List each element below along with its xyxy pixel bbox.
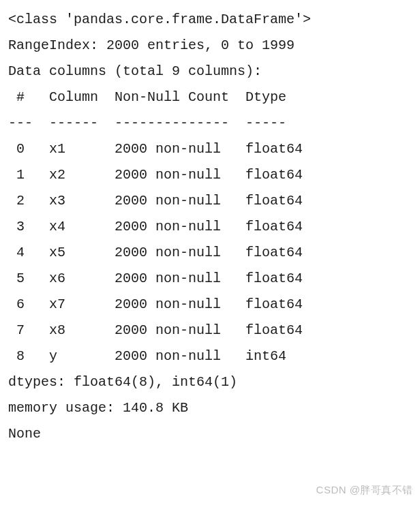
column-header-line: # Column Non-Null Count Dtype: [8, 85, 412, 110]
table-row: 6 x7 2000 non-null float64: [8, 292, 412, 318]
class-line: <class 'pandas.core.frame.DataFrame'>: [8, 7, 412, 33]
dtypes-line: dtypes: float64(8), int64(1): [8, 369, 412, 395]
table-row: 1 x2 2000 non-null float64: [8, 162, 412, 188]
table-row: 2 x3 2000 non-null float64: [8, 188, 412, 214]
data-columns-line: Data columns (total 9 columns):: [8, 59, 412, 85]
column-divider-line: --- ------ -------------- -----: [8, 110, 412, 136]
range-index-line: RangeIndex: 2000 entries, 0 to 1999: [8, 33, 412, 59]
table-row: 8 y 2000 non-null int64: [8, 343, 412, 369]
table-row: 5 x6 2000 non-null float64: [8, 266, 412, 292]
watermark-text: CSDN @胖哥真不错: [316, 480, 413, 500]
table-row: 4 x5 2000 non-null float64: [8, 240, 412, 266]
none-line: None: [8, 421, 412, 447]
table-row: 0 x1 2000 non-null float64: [8, 136, 412, 162]
table-row: 7 x8 2000 non-null float64: [8, 318, 412, 343]
table-row: 3 x4 2000 non-null float64: [8, 214, 412, 240]
memory-usage-line: memory usage: 140.8 KB: [8, 395, 412, 421]
column-rows: 0 x1 2000 non-null float64 1 x2 2000 non…: [8, 136, 412, 369]
